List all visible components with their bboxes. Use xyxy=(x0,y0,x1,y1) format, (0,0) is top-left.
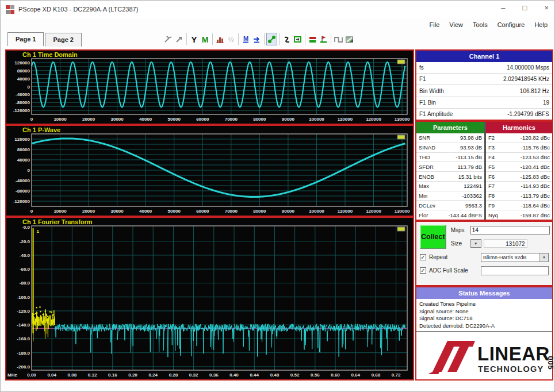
toolbar: Y M ½ M xyxy=(163,33,355,45)
svg-text:M: M xyxy=(202,34,209,44)
plots-column: Ch 1 Time Domain 01000020000300004000050… xyxy=(5,49,414,381)
svg-text:100000: 100000 xyxy=(309,117,324,122)
svg-text:0.48: 0.48 xyxy=(270,372,280,378)
toolbar-separator xyxy=(238,33,239,45)
cursor-tools-icon[interactable] xyxy=(163,33,174,45)
page-tabs: Page 1 Page 2 xyxy=(7,33,83,47)
svg-text:0: 0 xyxy=(30,117,33,122)
menu-help[interactable]: Help xyxy=(534,21,548,28)
svg-text:80000: 80000 xyxy=(17,147,30,152)
svg-text:10000: 10000 xyxy=(53,117,67,122)
window-select-tool-icon[interactable] xyxy=(292,33,303,45)
repeat-checkbox[interactable]: ✓ xyxy=(420,254,426,260)
harmonic-row: F9-118.64 dBc xyxy=(486,201,552,210)
svg-text:Y: Y xyxy=(191,34,197,44)
fft-title: Ch 1 Fourier Transform xyxy=(22,218,93,225)
channel-header: Channel 1 xyxy=(416,51,552,62)
svg-text:0.04: 0.04 xyxy=(47,372,56,378)
collect-controls-section: Collect Msps Size ▼ 131072 xyxy=(415,221,553,286)
phase-tool-icon[interactable] xyxy=(281,33,292,45)
svg-text:½: ½ xyxy=(228,36,234,44)
svg-text:-40000: -40000 xyxy=(16,178,30,183)
svg-text:TECHNOLOGY: TECHNOLOGY xyxy=(478,364,543,374)
collect-config-tool-icon[interactable] xyxy=(307,33,318,45)
harmonic-value: -118.64 dBc xyxy=(520,202,550,209)
harmonic-value: -115.76 dBc xyxy=(520,144,550,151)
svg-text:110000: 110000 xyxy=(338,209,353,214)
harmonic-label: F2 xyxy=(488,134,495,141)
half-scale-tool-icon[interactable]: ½ xyxy=(225,33,236,45)
svg-text:40000: 40000 xyxy=(139,209,152,214)
svg-text:-40000: -40000 xyxy=(16,92,30,97)
histogram-tool-icon[interactable]: M xyxy=(200,33,210,45)
pscope-window: PScope XD K103 - DC2290A-A (LTC2387) – □… xyxy=(0,0,555,392)
square-wave-tool-icon[interactable] xyxy=(333,33,344,45)
tab-page-2[interactable]: Page 2 xyxy=(45,33,81,47)
window-function-value: Blkmn-Harris 92dB xyxy=(481,255,539,260)
bar-graph-tool-icon[interactable] xyxy=(215,33,225,45)
fft-panel: Ch 1 Fourier Transform 0.000.040.080.120… xyxy=(5,217,414,381)
svg-text:30000: 30000 xyxy=(111,117,124,122)
svg-text:-120000: -120000 xyxy=(13,108,30,113)
svg-text:70000: 70000 xyxy=(225,209,238,214)
svg-text:0.36: 0.36 xyxy=(209,372,219,378)
svg-text:70000: 70000 xyxy=(225,117,238,122)
channel-row-f1amplitude: F1 Amplitude-1.294799 dBFS xyxy=(416,109,552,120)
app-icon xyxy=(6,5,14,14)
flag-tool-icon[interactable] xyxy=(318,33,329,45)
svg-text:30000: 30000 xyxy=(111,209,124,214)
param-label: Max xyxy=(419,183,429,189)
svg-text:-160.0: -160.0 xyxy=(17,336,30,341)
svg-text:120000: 120000 xyxy=(14,60,30,66)
msps-input[interactable] xyxy=(470,226,550,235)
fft-plot[interactable]: 0.000.040.080.120.160.200.240.280.320.36… xyxy=(6,218,413,379)
size-label: Size xyxy=(451,240,468,247)
svg-text:120000: 120000 xyxy=(366,209,381,214)
screenshot-tool-icon[interactable] xyxy=(344,33,355,45)
harmonic-row: F5-120.41 dBc xyxy=(486,162,552,172)
svg-text:120000: 120000 xyxy=(366,117,381,122)
max-min-tool-icon[interactable]: M xyxy=(240,33,251,45)
param-row: SNR93.98 dB xyxy=(416,133,484,143)
menu-tools[interactable]: Tools xyxy=(473,21,488,28)
svg-text:-100.0: -100.0 xyxy=(17,295,30,300)
y-axis-tool-icon[interactable]: Y xyxy=(189,33,200,45)
info-value: 2.029418945 KHz xyxy=(503,76,549,82)
figure-number: 005 xyxy=(546,356,555,370)
harmonic-value: -113.79 dBc xyxy=(520,193,550,199)
time-domain-title: Ch 1 Time Domain xyxy=(22,51,78,58)
svg-text:20000: 20000 xyxy=(82,209,95,214)
node-link-tool-icon[interactable] xyxy=(266,33,277,45)
harmonic-value: -120.41 dBc xyxy=(520,164,550,170)
collect-button[interactable]: Collect xyxy=(420,225,446,249)
close-button[interactable]: × xyxy=(544,3,549,13)
menu-configure[interactable]: Configure xyxy=(497,21,525,28)
minimize-button[interactable]: – xyxy=(501,3,505,13)
svg-text:-120000: -120000 xyxy=(13,199,30,204)
pwave-plot[interactable]: 0100002000030000400005000060000700008000… xyxy=(6,126,413,216)
average-tool-icon[interactable] xyxy=(251,33,262,45)
parameters-header: Parameters xyxy=(416,122,484,133)
harmonic-label: F3 xyxy=(488,144,495,151)
info-label: F1 Bin xyxy=(419,99,436,106)
zoom-arrow-icon[interactable] xyxy=(174,33,185,45)
adc-full-scale-checkbox[interactable]: ✓ xyxy=(420,267,426,274)
harmonic-value: -125.83 dBc xyxy=(520,174,550,180)
pwave-title: Ch 1 P-Wave xyxy=(22,126,60,133)
parameters-harmonics-section: Parameters SNR93.98 dB SINAD93.93 dB THD… xyxy=(415,121,553,221)
svg-text:120000: 120000 xyxy=(14,137,30,142)
svg-text:130000: 130000 xyxy=(395,209,410,214)
menu-file[interactable]: File xyxy=(430,21,440,28)
time-domain-plot[interactable]: 0100002000030000400005000060000700008000… xyxy=(6,51,413,124)
maximize-button[interactable]: □ xyxy=(523,3,527,13)
harmonic-row: F4-123.53 dBc xyxy=(486,153,552,163)
size-dropdown-button[interactable]: ▼ xyxy=(470,239,481,248)
status-line: Detected demobd: DC2290A-A xyxy=(419,322,549,330)
menu-view[interactable]: View xyxy=(449,21,463,28)
window-function-select[interactable]: Blkmn-Harris 92dB ▼ xyxy=(481,253,549,262)
svg-text:80000: 80000 xyxy=(253,209,266,214)
svg-text:0.72: 0.72 xyxy=(392,372,401,378)
adc-full-scale-input[interactable] xyxy=(481,266,549,275)
tab-page-1[interactable]: Page 1 xyxy=(7,32,44,46)
time-domain-panel: Ch 1 Time Domain 01000020000300004000050… xyxy=(5,49,414,125)
